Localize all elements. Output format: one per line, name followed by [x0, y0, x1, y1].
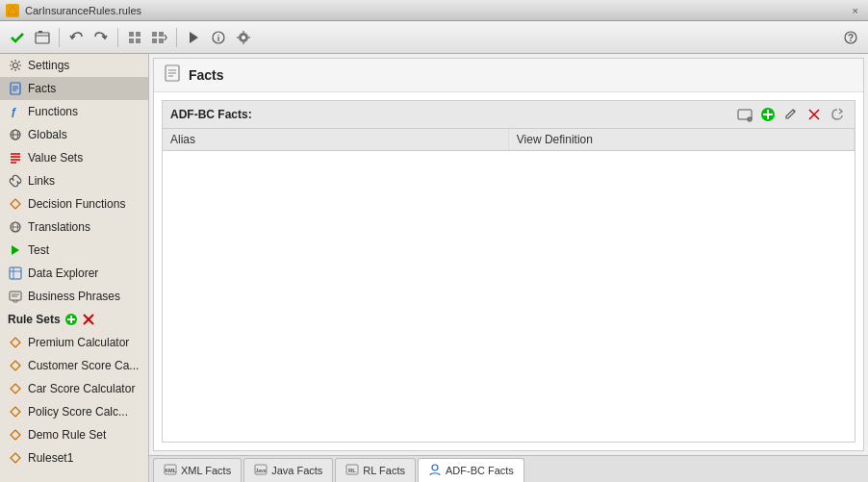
- sidebar-item-facts[interactable]: Facts: [0, 77, 148, 100]
- svg-rect-5: [129, 38, 134, 43]
- svg-rect-10: [159, 38, 164, 43]
- svg-text:RL: RL: [348, 468, 356, 473]
- customer-score-ca-label: Customer Score Ca...: [28, 359, 139, 372]
- svg-rect-6: [136, 38, 140, 43]
- sidebar-item-business-phrases[interactable]: Business Phrases: [0, 285, 148, 308]
- rl-icon: RL: [345, 463, 359, 476]
- adf-bc-add-button[interactable]: [758, 105, 778, 124]
- app-icon: [6, 4, 19, 17]
- value-sets-icon: [8, 150, 23, 165]
- sidebar-label-functions: Functions: [28, 105, 78, 118]
- debug-button[interactable]: [232, 26, 255, 49]
- adf-bc-edit-button[interactable]: [781, 105, 801, 124]
- tab-java-facts[interactable]: Java Java Facts: [243, 458, 333, 482]
- close-icon[interactable]: ×: [849, 5, 862, 16]
- open-button[interactable]: [31, 26, 54, 49]
- ruleset1-label: Ruleset1: [28, 451, 73, 465]
- test-icon: [8, 242, 23, 258]
- adf-icon: [428, 463, 442, 476]
- sidebar-label-business-phrases: Business Phrases: [28, 290, 120, 303]
- rule-sets-add-button[interactable]: [64, 313, 78, 326]
- java-facts-tab-label: Java Facts: [271, 465, 322, 476]
- facts-panel-header: Facts: [154, 59, 863, 92]
- demo-rule-set-label: Demo Rule Set: [28, 428, 106, 442]
- adf-bc-browse-button[interactable]: [735, 105, 754, 124]
- sidebar-label-facts: Facts: [28, 82, 56, 95]
- customer-score-ca-icon: [8, 358, 23, 373]
- rl-facts-tab-label: RL Facts: [363, 465, 405, 476]
- svg-text:Java: Java: [256, 468, 267, 473]
- build2-button[interactable]: [148, 26, 171, 49]
- java-facts-tab-icon: Java: [254, 463, 268, 478]
- sidebar-item-policy-score-calc[interactable]: Policy Score Calc...: [0, 400, 148, 423]
- svg-rect-3: [129, 32, 134, 37]
- sidebar-item-customer-score-ca[interactable]: Customer Score Ca...: [0, 354, 148, 377]
- svg-marker-38: [12, 245, 19, 255]
- sidebar-item-settings[interactable]: Settings: [0, 54, 148, 77]
- svg-rect-7: [152, 32, 157, 37]
- svg-rect-39: [10, 267, 21, 279]
- svg-point-78: [432, 465, 438, 470]
- svg-marker-57: [11, 430, 20, 440]
- svg-line-69: [793, 110, 795, 112]
- settings-icon: [8, 58, 23, 73]
- sidebar-item-value-sets[interactable]: Value Sets: [0, 146, 148, 169]
- adf-bc-label: ADF-BC Facts:: [170, 108, 731, 121]
- facts-table: Alias View Definition: [163, 129, 855, 442]
- svg-text:XML: XML: [165, 468, 177, 473]
- svg-marker-34: [11, 199, 20, 209]
- sidebar-item-car-score-calculator[interactable]: Car Score Calculator: [0, 377, 148, 400]
- tab-adf-bc-facts[interactable]: ADF-BC Facts: [418, 458, 524, 482]
- sidebar-label-test: Test: [28, 243, 49, 257]
- bottom-tabs: XML XML Facts Java Java Facts RL RL Fact…: [149, 455, 868, 482]
- sidebar-label-settings: Settings: [28, 59, 69, 72]
- sidebar-item-translations[interactable]: Translations: [0, 216, 148, 239]
- sidebar-item-globals[interactable]: Globals: [0, 123, 148, 146]
- sidebar-item-demo-rule-set[interactable]: Demo Rule Set: [0, 423, 148, 446]
- run-button[interactable]: [182, 26, 205, 49]
- build-button[interactable]: [123, 26, 146, 49]
- sidebar-item-decision-functions[interactable]: Decision Functions: [0, 192, 148, 216]
- xml-facts-tab-label: XML Facts: [181, 465, 231, 476]
- tab-xml-facts[interactable]: XML XML Facts: [153, 458, 242, 482]
- ruleset1-icon: [8, 450, 23, 466]
- toolbar-separator-3: [176, 28, 177, 47]
- svg-rect-9: [152, 38, 157, 43]
- sidebar-item-links[interactable]: Links: [0, 169, 148, 192]
- rl-facts-tab-icon: RL: [345, 463, 359, 478]
- sidebar-item-data-explorer[interactable]: Data Explorer: [0, 262, 148, 285]
- svg-text:ƒ: ƒ: [11, 106, 16, 117]
- undo-button[interactable]: [64, 26, 88, 49]
- car-score-calculator-icon: [8, 381, 23, 396]
- adf-bc-header: ADF-BC Facts:: [163, 101, 855, 129]
- business-phrases-icon: [8, 289, 23, 304]
- sidebar-item-functions[interactable]: ƒ Functions: [0, 100, 148, 123]
- svg-text:?: ?: [848, 33, 854, 43]
- tab-rl-facts[interactable]: RL RL Facts: [335, 458, 416, 482]
- redo-button[interactable]: [89, 26, 113, 49]
- svg-point-14: [242, 36, 245, 39]
- links-icon: [8, 173, 23, 189]
- java-icon: Java: [254, 463, 268, 476]
- adf-bc-refresh-button[interactable]: [828, 105, 847, 124]
- sidebar-item-premium-calculator[interactable]: Premium Calculator: [0, 331, 148, 354]
- toolbar: i ?: [0, 21, 868, 54]
- adf-bc-delete-button[interactable]: [804, 105, 824, 124]
- svg-rect-42: [10, 292, 21, 300]
- demo-rule-set-icon: [8, 427, 23, 443]
- sidebar-label-links: Links: [28, 174, 55, 188]
- info-button[interactable]: i: [207, 26, 230, 49]
- sidebar-item-ruleset1[interactable]: Ruleset1: [0, 446, 148, 469]
- functions-icon: ƒ: [8, 104, 23, 119]
- help-button[interactable]: ?: [839, 26, 862, 49]
- save-button[interactable]: [6, 26, 29, 49]
- sidebar-item-test[interactable]: Test: [0, 239, 148, 262]
- policy-score-calc-icon: [8, 404, 23, 419]
- rule-sets-delete-button[interactable]: [82, 313, 95, 326]
- xml-facts-tab-icon: XML: [164, 463, 177, 478]
- svg-text:i: i: [217, 34, 220, 43]
- sidebar-label-decision-functions: Decision Functions: [28, 197, 125, 211]
- svg-point-21: [13, 63, 18, 68]
- policy-score-calc-label: Policy Score Calc...: [28, 405, 128, 419]
- rule-sets-header: Rule Sets: [0, 308, 148, 331]
